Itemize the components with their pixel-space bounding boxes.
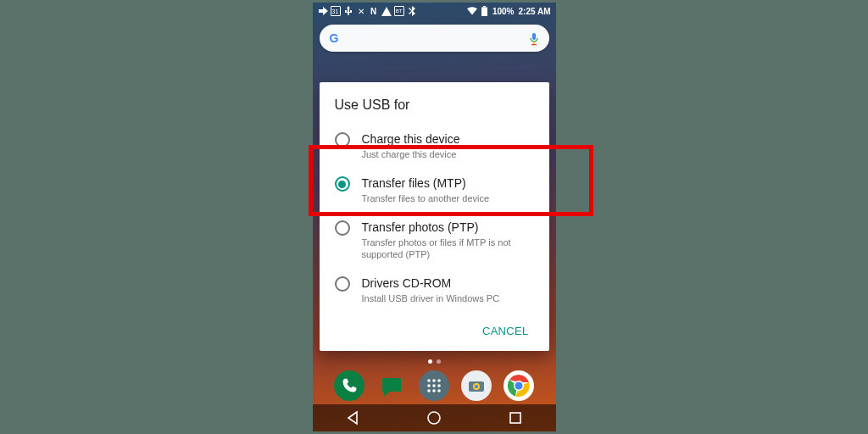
status-bar: 31 ✕ N BT 100% 2:25 AM xyxy=(313,3,556,19)
calendar-icon: 31 xyxy=(331,6,341,16)
option-label: Charge this device xyxy=(362,131,460,147)
dialog-title: Use USB for xyxy=(335,97,534,113)
option-drivers[interactable]: Drivers CD-ROM Install USB driver in Win… xyxy=(335,269,534,313)
svg-point-7 xyxy=(437,379,441,382)
camera-app-icon[interactable] xyxy=(461,370,492,401)
wifi-icon xyxy=(467,6,477,16)
radio-icon xyxy=(335,176,350,192)
option-desc: Transfer files to another device xyxy=(362,192,490,204)
back-icon[interactable] xyxy=(345,410,360,426)
svg-rect-4 xyxy=(531,44,537,45)
svg-rect-2 xyxy=(532,33,536,40)
svg-rect-3 xyxy=(533,42,535,44)
status-icon: BT xyxy=(394,6,404,16)
dialog-actions: CANCEL xyxy=(335,318,534,344)
phone-app-icon[interactable] xyxy=(334,370,364,401)
svg-point-11 xyxy=(427,389,431,392)
option-label: Transfer files (MTP) xyxy=(362,175,490,191)
svg-point-9 xyxy=(432,384,436,387)
option-label: Transfer photos (PTP) xyxy=(362,220,534,235)
svg-point-8 xyxy=(427,384,431,387)
status-time: 2:25 AM xyxy=(519,7,551,16)
warning-icon xyxy=(381,6,392,16)
mic-icon[interactable] xyxy=(529,33,539,43)
usb-icon xyxy=(343,6,353,16)
page-indicator xyxy=(313,359,556,364)
messages-app-icon[interactable] xyxy=(376,370,407,401)
option-ptp[interactable]: Transfer photos (PTP) Transfer photos or… xyxy=(335,213,534,269)
app-drawer-icon[interactable] xyxy=(419,370,449,401)
navigation-bar xyxy=(313,404,556,431)
battery-icon xyxy=(480,6,490,16)
option-desc: Install USB driver in Windows PC xyxy=(362,292,500,304)
radio-icon xyxy=(335,220,350,236)
phone-frame: 31 ✕ N BT 100% 2:25 AM G Us xyxy=(313,3,556,431)
svg-rect-1 xyxy=(483,6,486,8)
recents-icon[interactable] xyxy=(508,410,523,426)
option-desc: Just charge this device xyxy=(362,148,460,160)
svg-point-16 xyxy=(475,385,478,388)
radio-icon xyxy=(335,132,350,147)
option-desc: Transfer photos or files if MTP is not s… xyxy=(362,236,534,260)
status-icon xyxy=(318,6,328,16)
svg-point-5 xyxy=(427,379,431,382)
svg-point-6 xyxy=(432,379,436,382)
google-search-bar[interactable]: G xyxy=(320,25,549,52)
svg-point-12 xyxy=(432,389,436,392)
n-icon: N xyxy=(369,6,379,16)
cancel-button[interactable]: CANCEL xyxy=(477,318,534,344)
option-label: Drivers CD-ROM xyxy=(362,275,500,291)
bluetooth-icon xyxy=(407,6,417,16)
chrome-app-icon[interactable] xyxy=(504,370,534,401)
svg-point-20 xyxy=(428,412,440,424)
home-icon[interactable] xyxy=(426,410,442,426)
svg-point-19 xyxy=(515,382,523,390)
option-charge[interactable]: Charge this device Just charge this devi… xyxy=(335,125,534,169)
radio-icon xyxy=(335,276,350,292)
option-mtp[interactable]: Transfer files (MTP) Transfer files to a… xyxy=(335,169,534,213)
battery-text: 100% xyxy=(492,7,515,16)
svg-rect-0 xyxy=(481,8,487,17)
status-icon: ✕ xyxy=(356,6,366,16)
svg-point-10 xyxy=(437,384,441,387)
svg-rect-21 xyxy=(510,413,520,423)
svg-point-13 xyxy=(437,389,441,392)
google-logo-icon: G xyxy=(330,31,339,45)
usb-dialog: Use USB for Charge this device Just char… xyxy=(320,82,549,351)
app-dock xyxy=(313,367,556,404)
